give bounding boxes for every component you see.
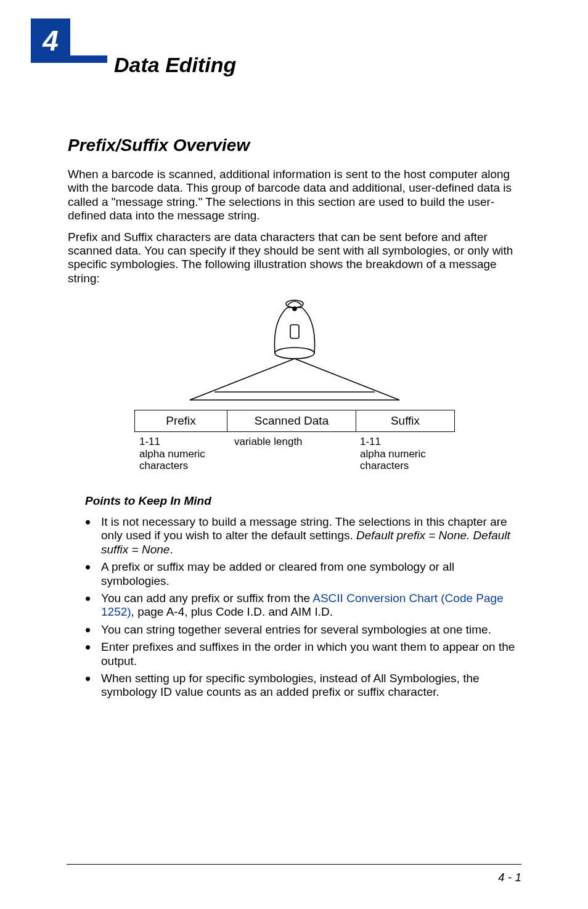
page-number: 4 - 1 <box>67 871 521 884</box>
chapter-header: 4 Data Editing <box>31 18 521 92</box>
section-heading: Prefix/Suffix Overview <box>68 136 521 155</box>
point-item-3: You can add any prefix or suffix from th… <box>85 592 521 619</box>
note-prefix: 1-11 alpha numeric characters <box>134 436 227 472</box>
note-prefix-range: 1-11 <box>139 436 160 447</box>
point-item-1: It is not necessary to build a message s… <box>85 515 521 556</box>
page: 4 Data Editing Prefix/Suffix Overview Wh… <box>0 0 588 909</box>
chapter-bar <box>70 55 107 63</box>
point-item-2: A prefix or suffix may be added or clear… <box>85 560 521 588</box>
point-3-text-a: You can add any prefix or suffix from th… <box>101 592 312 605</box>
note-suffix-range: 1-11 <box>360 436 381 447</box>
point-3-text-b: , page A-4, plus Code I.D. and AIM I.D. <box>131 605 333 618</box>
point-item-6: When setting up for specific symbologies… <box>85 672 521 699</box>
page-footer: 4 - 1 <box>67 864 521 884</box>
note-scanned-desc: variable length <box>234 436 303 447</box>
diagram-notes: 1-11 alpha numeric characters variable l… <box>134 436 455 472</box>
point-1-text-c: . <box>169 543 173 556</box>
points-list: It is not necessary to build a message s… <box>68 515 521 699</box>
message-string-diagram: Prefix Scanned Data Suffix 1-11 alpha nu… <box>134 296 455 472</box>
svg-point-2 <box>275 348 314 359</box>
cell-suffix: Suffix <box>356 410 455 432</box>
footer-rule <box>67 864 521 865</box>
note-suffix: 1-11 alpha numeric characters <box>356 436 455 472</box>
point-item-5: Enter prefixes and suffixes in the order… <box>85 640 521 668</box>
cell-prefix: Prefix <box>135 410 227 432</box>
chapter-number-box: 4 <box>31 18 70 63</box>
point-item-4: You can string together several entries … <box>85 623 521 637</box>
diagram-table: Prefix Scanned Data Suffix <box>134 410 455 432</box>
paragraph-2: Prefix and Suffix characters are data ch… <box>68 230 521 286</box>
note-suffix-desc: alpha numeric characters <box>360 448 426 472</box>
cell-scanned-data: Scanned Data <box>227 410 356 432</box>
note-scanned: variable length <box>227 436 356 472</box>
points-heading: Points to Keep In Mind <box>85 494 521 508</box>
paragraph-1: When a barcode is scanned, additional in… <box>68 168 521 223</box>
note-prefix-desc: alpha numeric characters <box>139 448 205 472</box>
chapter-title: Data Editing <box>114 53 236 77</box>
scanner-illustration <box>134 296 455 406</box>
svg-rect-3 <box>290 325 299 338</box>
svg-line-4 <box>190 359 295 400</box>
svg-line-5 <box>295 359 399 400</box>
chapter-number: 4 <box>43 25 59 57</box>
